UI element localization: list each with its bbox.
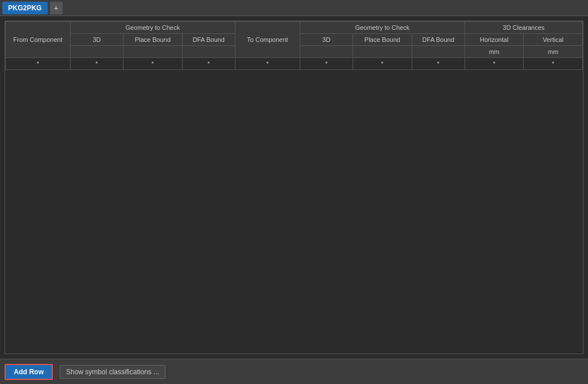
col-place-bound-right: Place Bound [353, 34, 412, 46]
col-to-component: To Component [235, 22, 300, 58]
unit-vertical: mm [524, 46, 583, 58]
table-cell[interactable]: * [353, 58, 412, 70]
table-cell[interactable]: * [412, 58, 465, 70]
header-row-groups: From Component Geometry to Check To Comp… [6, 22, 583, 34]
table-cell[interactable]: * [300, 58, 353, 70]
table-cell[interactable]: * [6, 58, 71, 70]
col-3d-left: 3D [70, 34, 123, 46]
table-cell[interactable]: * [524, 58, 583, 70]
table-body: ********** [6, 58, 583, 70]
col-group-clearances: 3D Clearances [465, 22, 582, 34]
unit-horizontal: mm [465, 46, 524, 58]
unit-right-dfa [412, 46, 465, 58]
bottom-bar: Add Row Show symbol classifications ... [0, 359, 588, 384]
col-place-bound-left: Place Bound [123, 34, 183, 46]
col-dfa-bound-right: DFA Bound [412, 34, 465, 46]
table-row: ********** [6, 58, 583, 70]
tab-add-button[interactable]: + [50, 2, 63, 14]
add-row-button[interactable]: Add Row [5, 364, 53, 380]
tab-pkg2pkg[interactable]: PKG2PKG [2, 2, 48, 14]
col-dfa-bound-left: DFA Bound [182, 34, 235, 46]
table-cell[interactable]: * [70, 58, 123, 70]
col-3d-right: 3D [300, 34, 353, 46]
unit-left-dfa [182, 46, 235, 58]
table-wrapper: From Component Geometry to Check To Comp… [5, 21, 583, 354]
table-cell[interactable]: * [235, 58, 300, 70]
unit-right-3d [300, 46, 353, 58]
unit-left-3d [70, 46, 123, 58]
col-group-geometry-from: Geometry to Check [70, 22, 235, 34]
tab-bar: PKG2PKG + [0, 0, 588, 16]
clearances-table: From Component Geometry to Check To Comp… [5, 21, 583, 70]
col-horizontal: Horizontal [465, 34, 524, 46]
col-vertical: Vertical [524, 34, 583, 46]
table-cell[interactable]: * [465, 58, 524, 70]
table-cell[interactable]: * [123, 58, 183, 70]
main-content: From Component Geometry to Check To Comp… [0, 16, 588, 359]
unit-left-place [123, 46, 183, 58]
col-from-component: From Component [6, 22, 71, 58]
col-group-geometry-to: Geometry to Check [300, 22, 465, 34]
table-cell[interactable]: * [182, 58, 235, 70]
show-symbol-classifications-button[interactable]: Show symbol classifications ... [60, 365, 165, 379]
unit-right-place [353, 46, 412, 58]
